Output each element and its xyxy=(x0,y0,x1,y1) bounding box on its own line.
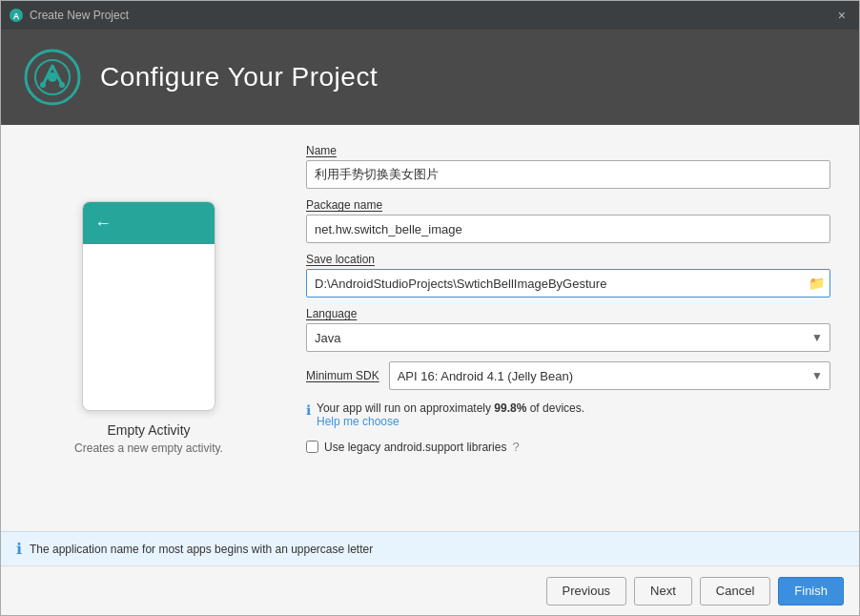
help-me-choose-link[interactable]: Help me choose xyxy=(317,415,584,428)
language-field-group: Language Java Kotlin ▼ xyxy=(306,307,830,352)
save-location-input-wrapper: 📁 xyxy=(306,269,830,298)
coverage-prefix: Your app will run on approximately xyxy=(317,401,494,415)
title-bar: A Create New Project × xyxy=(1,1,859,30)
preview-description: Creates a new empty activity. xyxy=(74,441,223,455)
info-icon: ℹ xyxy=(306,402,311,418)
back-arrow-icon: ← xyxy=(94,214,112,234)
phone-top-bar: ← xyxy=(83,202,215,244)
sdk-label: Minimum SDK xyxy=(306,369,379,382)
info-bar: ℹ The application name for most apps beg… xyxy=(1,531,859,565)
coverage-percent: 99.8% xyxy=(494,401,526,415)
info-bar-icon: ℹ xyxy=(16,540,22,558)
android-studio-logo xyxy=(24,49,81,106)
right-panel: Name Package name Save location 📁 Langua… xyxy=(297,125,859,531)
save-location-label: Save location xyxy=(306,253,830,266)
next-button[interactable]: Next xyxy=(634,577,692,606)
cancel-button[interactable]: Cancel xyxy=(700,577,770,606)
info-bar-text: The application name for most apps begin… xyxy=(30,543,373,556)
package-input[interactable] xyxy=(306,215,830,243)
help-icon[interactable]: ? xyxy=(512,440,519,454)
phone-preview: ← xyxy=(82,201,215,411)
svg-point-4 xyxy=(48,72,57,82)
sdk-select-wrapper: API 16: Android 4.1 (Jelly Bean) API 21:… xyxy=(389,361,830,390)
finish-button[interactable]: Finish xyxy=(778,577,844,606)
title-bar-text: Create New Project xyxy=(30,9,832,22)
dialog-header: Configure Your Project xyxy=(1,30,859,125)
name-label: Name xyxy=(306,144,830,157)
device-coverage-text: Your app will run on approximately 99.8%… xyxy=(317,401,584,428)
device-coverage-info: ℹ Your app will run on approximately 99.… xyxy=(306,401,830,428)
package-label: Package name xyxy=(306,198,830,212)
android-studio-title-icon: A xyxy=(9,8,24,23)
language-select-wrapper: Java Kotlin ▼ xyxy=(306,323,830,352)
previous-button[interactable]: Previous xyxy=(546,577,627,606)
svg-text:A: A xyxy=(13,11,20,21)
sdk-select[interactable]: API 16: Android 4.1 (Jelly Bean) API 21:… xyxy=(389,361,830,390)
language-label: Language xyxy=(306,307,830,320)
create-new-project-dialog: A Create New Project × Configure Your Pr… xyxy=(0,0,860,616)
coverage-suffix: of devices. xyxy=(526,401,584,415)
package-name-field-group: Package name xyxy=(306,198,830,243)
save-location-field-group: Save location 📁 xyxy=(306,253,830,298)
svg-point-6 xyxy=(59,82,65,88)
left-panel: ← Empty Activity Creates a new empty act… xyxy=(1,125,297,531)
language-select[interactable]: Java Kotlin xyxy=(306,323,830,352)
svg-point-5 xyxy=(40,82,46,88)
close-button[interactable]: × xyxy=(832,6,851,25)
header-title: Configure Your Project xyxy=(100,62,378,92)
name-input[interactable] xyxy=(306,160,830,189)
preview-label: Empty Activity xyxy=(107,422,190,438)
legacy-libraries-label: Use legacy android.support libraries xyxy=(324,441,506,454)
dialog-footer: Previous Next Cancel Finish xyxy=(1,565,859,615)
dialog-content: ← Empty Activity Creates a new empty act… xyxy=(1,125,859,531)
sdk-row: Minimum SDK API 16: Android 4.1 (Jelly B… xyxy=(306,361,830,390)
legacy-libraries-checkbox[interactable] xyxy=(306,441,318,453)
name-field-group: Name xyxy=(306,144,830,189)
legacy-libraries-row: Use legacy android.support libraries ? xyxy=(306,440,830,454)
folder-icon[interactable]: 📁 xyxy=(809,276,825,291)
save-location-input[interactable] xyxy=(306,269,830,298)
